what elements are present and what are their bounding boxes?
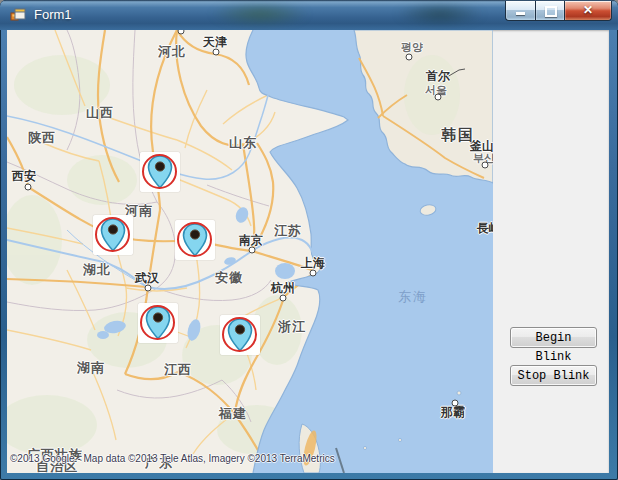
close-button[interactable]: ✕ bbox=[565, 1, 612, 21]
map-marker-5[interactable] bbox=[220, 315, 260, 355]
map-label-province: 陕西 bbox=[28, 129, 56, 147]
city-dot bbox=[280, 295, 287, 302]
map-attribution: ©2013 Google - Map data ©2013 Tele Atlas… bbox=[10, 453, 335, 464]
city-dot bbox=[145, 285, 152, 292]
map-label-city: 西安 bbox=[12, 168, 36, 185]
caption-buttons: ✕ bbox=[505, 1, 612, 21]
map-label-sea: 东海 bbox=[398, 288, 428, 306]
marker-ring bbox=[142, 154, 177, 189]
maximize-button[interactable] bbox=[535, 1, 565, 21]
map-label-province: 湖北 bbox=[83, 261, 111, 279]
glass-reflection bbox=[395, 2, 485, 26]
map-label-province: 山西 bbox=[86, 104, 114, 122]
stop-blink-button[interactable]: Stop Blink bbox=[510, 365, 597, 386]
titlebar[interactable]: Form1 ✕ bbox=[0, 0, 618, 30]
close-icon: ✕ bbox=[565, 1, 611, 19]
marker-ring bbox=[95, 217, 130, 252]
maximize-icon bbox=[545, 6, 557, 17]
begin-blink-button[interactable]: Begin Blink bbox=[510, 327, 597, 348]
form1-window: Form1 ✕ bbox=[0, 0, 618, 480]
map-label-province: 福建 bbox=[219, 405, 247, 423]
map-label-province: 湖南 bbox=[77, 359, 105, 377]
city-dot bbox=[435, 94, 442, 101]
marker-ring bbox=[177, 222, 212, 257]
minimize-icon bbox=[516, 12, 525, 15]
marker-ring bbox=[140, 305, 175, 340]
map-label-province: 安徽 bbox=[215, 269, 243, 287]
city-dot bbox=[25, 184, 32, 191]
city-dot bbox=[178, 30, 185, 35]
city-dot bbox=[482, 162, 489, 169]
city-dot bbox=[452, 400, 459, 407]
map-marker-3[interactable] bbox=[175, 220, 215, 260]
glass-reflection bbox=[210, 2, 310, 26]
city-dot bbox=[406, 54, 413, 61]
map-label-province: 浙江 bbox=[278, 318, 306, 336]
map-label-province: 江西 bbox=[164, 361, 192, 379]
city-dot bbox=[213, 49, 220, 56]
map-label-layer: 河北山西陕西山东河南江苏湖北安徽浙江湖南江西福建广西壮族自治区广东天津西安南京上… bbox=[7, 30, 493, 473]
map-marker-4[interactable] bbox=[138, 303, 178, 343]
map-label-kr: 평양 bbox=[401, 40, 423, 55]
map-label-country: 韩国 bbox=[441, 126, 475, 145]
map-label-province: 河北 bbox=[158, 43, 186, 61]
marker-ring bbox=[222, 317, 257, 352]
map-marker-1[interactable] bbox=[140, 152, 180, 192]
city-dot bbox=[310, 270, 317, 277]
map-marker-2[interactable] bbox=[93, 215, 133, 255]
map-label-province: 江苏 bbox=[274, 222, 302, 240]
window-title: Form1 bbox=[34, 0, 72, 29]
minimize-button[interactable] bbox=[505, 1, 535, 21]
map-label-province: 山东 bbox=[229, 134, 257, 152]
client-area: 河北山西陕西山东河南江苏湖北安徽浙江湖南江西福建广西壮族自治区广东天津西安南京上… bbox=[7, 30, 609, 473]
map-control[interactable]: 河北山西陕西山东河南江苏湖北安徽浙江湖南江西福建广西壮族自治区广东天津西安南京上… bbox=[7, 30, 493, 473]
city-dot bbox=[249, 247, 256, 254]
map-label-city: 長崎 bbox=[477, 220, 493, 237]
form-icon[interactable] bbox=[10, 7, 26, 23]
